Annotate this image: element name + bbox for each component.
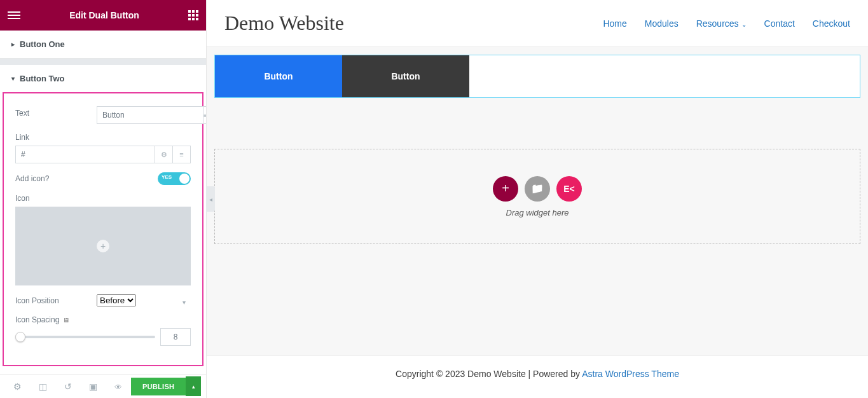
- settings-icon[interactable]: [5, 374, 31, 399]
- nav-resources[interactable]: Resources⌄: [696, 18, 747, 29]
- preview-eye-icon[interactable]: [106, 374, 131, 399]
- caret-right-icon: ▸: [11, 41, 15, 48]
- drop-zone-text: Drag widget here: [506, 208, 569, 217]
- dynamic-tags-icon[interactable]: [203, 106, 206, 124]
- icon-spacing-slider[interactable]: [15, 336, 155, 338]
- nav-contact[interactable]: Contact: [764, 18, 795, 29]
- site-header: Demo Website Home Modules Resources⌄ Con…: [207, 0, 868, 47]
- site-footer: Copyright © 2023 Demo Website | Powered …: [207, 355, 868, 398]
- add-section-icon[interactable]: +: [493, 176, 518, 202]
- icon-position-label: Icon Position: [15, 296, 59, 305]
- publish-options-caret[interactable]: ▴: [186, 376, 201, 396]
- dynamic-tags-icon[interactable]: [173, 146, 191, 163]
- site-title: Demo Website: [224, 11, 344, 35]
- accordion-label: Button One: [20, 39, 65, 49]
- nav-modules[interactable]: Modules: [645, 18, 679, 29]
- accordion-gap: [0, 58, 206, 65]
- publish-button[interactable]: PUBLISH: [131, 378, 186, 395]
- add-icon-toggle[interactable]: YES: [158, 172, 191, 185]
- nav-checkout[interactable]: Checkout: [813, 18, 850, 29]
- responsive-mode-icon[interactable]: ▣: [81, 374, 106, 399]
- responsive-icon[interactable]: [63, 315, 69, 324]
- slider-handle[interactable]: [15, 332, 25, 342]
- footer-text: Copyright © 2023 Demo Website | Powered …: [396, 369, 582, 379]
- dual-button-two[interactable]: Button: [342, 55, 469, 97]
- drop-zone-actions: + E<: [493, 176, 582, 202]
- accordion-content: Text Link: [3, 92, 203, 366]
- icon-picker[interactable]: +: [15, 207, 191, 285]
- open-templates-icon[interactable]: [525, 176, 550, 202]
- caret-down-icon: ▾: [11, 75, 15, 82]
- plus-circle-icon: +: [97, 240, 109, 252]
- icon-spacing-number[interactable]: [160, 328, 191, 346]
- icon-position-select[interactable]: Before: [97, 294, 136, 306]
- dual-button-widget[interactable]: Button Button: [214, 55, 860, 98]
- add-icon-label: Add icon?: [15, 174, 49, 183]
- button-text-input[interactable]: [97, 106, 203, 124]
- accordion-label: Button Two: [20, 74, 65, 83]
- hamburger-menu-icon[interactable]: [8, 11, 20, 19]
- drop-zone[interactable]: + E< Drag widget here: [214, 149, 860, 244]
- canvas: Button Button + E< Drag widget here: [207, 47, 868, 355]
- footer-theme-link[interactable]: Astra WordPress Theme: [582, 369, 679, 379]
- sidebar-header: Edit Dual Button: [0, 0, 206, 31]
- editor-sidebar: Edit Dual Button ▸ Button One ▾ Button T…: [0, 0, 207, 398]
- dual-button-one[interactable]: Button: [215, 55, 342, 97]
- chevron-down-icon: ⌄: [741, 21, 747, 28]
- accordion-button-one[interactable]: ▸ Button One: [0, 31, 206, 58]
- collapse-handle-icon[interactable]: ◂: [206, 186, 215, 212]
- link-field-label: Link: [15, 133, 191, 142]
- elementskit-icon[interactable]: E<: [556, 176, 582, 202]
- link-options-icon[interactable]: [155, 146, 173, 163]
- sidebar-footer: ◫ ▣ PUBLISH ▴: [0, 374, 206, 398]
- link-input[interactable]: [15, 146, 155, 163]
- site-nav: Home Modules Resources⌄ Contact Checkout: [603, 18, 850, 29]
- icon-field-label: Icon: [15, 194, 191, 203]
- history-icon[interactable]: [55, 374, 81, 399]
- accordion-button-two[interactable]: ▾ Button Two: [0, 65, 206, 92]
- navigator-icon[interactable]: ◫: [31, 374, 56, 399]
- sidebar-title: Edit Dual Button: [20, 10, 188, 20]
- icon-spacing-label: Icon Spacing: [15, 315, 191, 324]
- apps-grid-icon[interactable]: [188, 10, 198, 20]
- toggle-yes-text: YES: [162, 174, 172, 180]
- nav-home[interactable]: Home: [603, 18, 626, 29]
- text-field-label: Text: [15, 109, 29, 118]
- toggle-knob: [179, 174, 189, 184]
- preview-pane: Demo Website Home Modules Resources⌄ Con…: [207, 0, 868, 398]
